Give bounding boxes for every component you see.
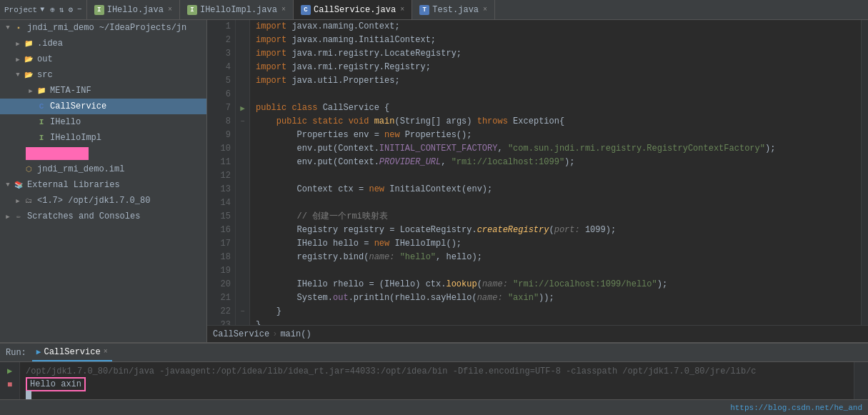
arrow-root: ▼ bbox=[3, 24, 13, 31]
main-content: ▼ ▪ jndi_rmi_demo ~/IdeaProjects/jn ▶ 📁 … bbox=[0, 20, 868, 342]
breadcrumb-method[interactable]: main() bbox=[280, 329, 311, 339]
code-line-14 bbox=[256, 196, 861, 210]
arrow-idea: ▶ bbox=[13, 40, 23, 48]
run-gutter-icon[interactable]: ▶ bbox=[236, 101, 249, 115]
code-line-11: env.put(Context.PROVIDER_URL, "rmi://loc… bbox=[256, 156, 861, 169]
code-line-4: import java.rmi.registry.Registry; bbox=[256, 61, 861, 74]
run-scrollbar[interactable] bbox=[854, 362, 868, 399]
code-line-21: System.out.println(rhello.sayHello(name:… bbox=[256, 291, 861, 305]
run-output-line: Hello axin bbox=[26, 378, 848, 391]
code-line-9: Properties env = new Properties(); bbox=[256, 129, 861, 142]
code-line-6 bbox=[256, 88, 861, 101]
code-line-17: IHello hello = new IHelloImpl(); bbox=[256, 237, 861, 251]
run-cursor-block bbox=[26, 391, 31, 399]
sidebar-item-src[interactable]: ▼ 📂 src bbox=[0, 67, 206, 83]
tab-icon-callservice: C bbox=[301, 5, 311, 15]
sidebar-item-ihelloimpl[interactable]: I IHelloImpl bbox=[0, 130, 206, 146]
sidebar-item-extlibs[interactable]: ▼ 📚 External Libraries bbox=[0, 177, 206, 193]
extlibs-icon: 📚 bbox=[13, 179, 24, 191]
code-editor[interactable]: import javax.naming.Context; import java… bbox=[250, 20, 861, 325]
run-tab-close[interactable]: × bbox=[104, 348, 108, 356]
add-icon[interactable]: ⊕ bbox=[50, 5, 55, 14]
sidebar-item-iml[interactable]: ⬡ jndi_rmi_demo.iml bbox=[0, 161, 206, 177]
code-line-18: registry.bind(name: "hello", hello); bbox=[256, 251, 861, 264]
tab-callservice[interactable]: C CallService.java × bbox=[294, 0, 412, 19]
label-ihelloimpl: IHelloImpl bbox=[50, 133, 101, 143]
run-stop-btn[interactable]: ■ bbox=[4, 379, 16, 391]
run-rerun-btn[interactable]: ▶ bbox=[4, 365, 16, 376]
label-metainf: META-INF bbox=[50, 86, 91, 96]
run-output: /opt/jdk1.7.0_80/bin/java -javaagent:/op… bbox=[20, 362, 854, 399]
code-line-7: public class CallService { bbox=[256, 101, 861, 115]
tab-icon-ihelloimpl: I bbox=[187, 5, 197, 15]
project-arrow-icon: ▼ bbox=[40, 6, 44, 14]
tab-test[interactable]: T Test.java × bbox=[412, 0, 495, 19]
settings-icon[interactable]: ⚙ bbox=[68, 5, 73, 14]
breadcrumb-separator: › bbox=[272, 329, 277, 339]
breadcrumb-file[interactable]: CallService bbox=[213, 329, 269, 339]
run-tab-callservice[interactable]: ▶ CallService × bbox=[32, 344, 112, 361]
run-panel: Run: ▶ CallService × ▶ ■ /opt/jdk1.7.0_8… bbox=[0, 342, 868, 399]
project-label: Project bbox=[4, 6, 37, 14]
project-tab-header[interactable]: Project ▼ ⊕ ⇅ ⚙ − bbox=[0, 0, 87, 19]
sidebar-item-metainf[interactable]: ▶ 📁 META-INF bbox=[0, 83, 206, 99]
code-line-1: import javax.naming.Context; bbox=[256, 20, 861, 34]
fold-start-icon[interactable]: − bbox=[236, 115, 249, 129]
code-line-5: import java.util.Properties; bbox=[256, 74, 861, 88]
sidebar-item-jdk[interactable]: ▶ 🗂 <1.7> /opt/jdk1.7.0_80 bbox=[0, 193, 206, 209]
sync-icon[interactable]: ⇅ bbox=[59, 5, 64, 14]
code-line-20: IHello rhello = (IHello) ctx.lookup(name… bbox=[256, 278, 861, 291]
sidebar-pink-highlight bbox=[0, 146, 206, 161]
label-scratches: Scratches and Consoles bbox=[27, 211, 140, 221]
tab-label-callservice: CallService.java bbox=[314, 5, 396, 15]
project-sidebar: ▼ ▪ jndi_rmi_demo ~/IdeaProjects/jn ▶ 📁 … bbox=[0, 20, 207, 342]
arrow-ihelloimpl bbox=[26, 134, 36, 141]
sidebar-item-root[interactable]: ▼ ▪ jndi_rmi_demo ~/IdeaProjects/jn bbox=[0, 20, 206, 36]
minimize-icon[interactable]: − bbox=[77, 5, 82, 14]
tab-label-test: Test.java bbox=[432, 5, 479, 15]
tab-close-callservice[interactable]: × bbox=[400, 6, 404, 14]
code-line-16: Registry registry = LocateRegistry.creat… bbox=[256, 224, 861, 237]
sidebar-item-callservice[interactable]: C CallService bbox=[0, 99, 206, 114]
code-area[interactable]: 1 2 3 4 5 6 7 8 9 10 11 12 13 14 15 16 1… bbox=[207, 20, 868, 325]
tab-ihelloimpl[interactable]: I IHelloImpl.java × bbox=[180, 0, 294, 19]
run-status-bar: https://blog.csdn.net/he_and bbox=[0, 399, 868, 415]
sidebar-item-idea[interactable]: ▶ 📁 .idea bbox=[0, 36, 206, 51]
run-panel-tab-bar: Run: ▶ CallService × bbox=[0, 344, 868, 362]
project-toolbar-icons: ⊕ ⇅ ⚙ − bbox=[50, 5, 81, 14]
run-output-text: Hello axin bbox=[30, 379, 81, 389]
tab-close-ihelloimpl[interactable]: × bbox=[281, 6, 286, 14]
run-cmd-text: /opt/jdk1.7.0_80/bin/java -javaagent:/op… bbox=[26, 366, 757, 376]
fold-end-icon[interactable]: − bbox=[236, 305, 249, 319]
arrow-jdk: ▶ bbox=[13, 197, 23, 205]
folder-icon-out: 📂 bbox=[23, 54, 34, 65]
arrow-iml bbox=[13, 166, 23, 173]
run-content: ▶ ■ /opt/jdk1.7.0_80/bin/java -javaagent… bbox=[0, 362, 868, 399]
editor-area: 1 2 3 4 5 6 7 8 9 10 11 12 13 14 15 16 1… bbox=[207, 20, 868, 342]
icon-module: ▪ bbox=[13, 22, 24, 34]
label-src: src bbox=[37, 70, 53, 80]
gutter: ▶ − − bbox=[236, 20, 250, 325]
folder-icon-metainf: 📁 bbox=[36, 85, 47, 96]
run-cmd-line: /opt/jdk1.7.0_80/bin/java -javaagent:/op… bbox=[26, 365, 848, 378]
status-link[interactable]: https://blog.csdn.net/he_and bbox=[730, 404, 862, 412]
tab-bar: Project ▼ ⊕ ⇅ ⚙ − I IHello.java × I IHel… bbox=[0, 0, 868, 20]
code-line-22: } bbox=[256, 305, 861, 319]
label-root: jndi_rmi_demo ~/IdeaProjects/jn bbox=[27, 23, 186, 33]
tab-label-ihelloimpl: IHelloImpl.java bbox=[200, 5, 277, 15]
code-line-13: Context ctx = new InitialContext(env); bbox=[256, 183, 861, 196]
sidebar-item-out[interactable]: ▶ 📂 out bbox=[0, 51, 206, 67]
sidebar-item-scratches[interactable]: ▶ ✏ Scratches and Consoles bbox=[0, 209, 206, 224]
tab-icon-test: T bbox=[419, 5, 429, 15]
sidebar-item-ihello[interactable]: I IHello bbox=[0, 114, 206, 130]
java-icon-ihelloimpl: I bbox=[36, 132, 47, 144]
arrow-ihello bbox=[26, 119, 36, 126]
tab-ihello[interactable]: I IHello.java × bbox=[87, 0, 180, 19]
java-icon-callservice: C bbox=[36, 101, 47, 112]
folder-icon-idea: 📁 bbox=[23, 38, 34, 49]
tab-close-ihello[interactable]: × bbox=[168, 6, 172, 14]
tab-label-ihello: IHello.java bbox=[107, 5, 164, 15]
sdk-icon: 🗂 bbox=[23, 195, 34, 206]
label-ihello: IHello bbox=[50, 117, 81, 127]
tab-close-test[interactable]: × bbox=[483, 6, 487, 14]
